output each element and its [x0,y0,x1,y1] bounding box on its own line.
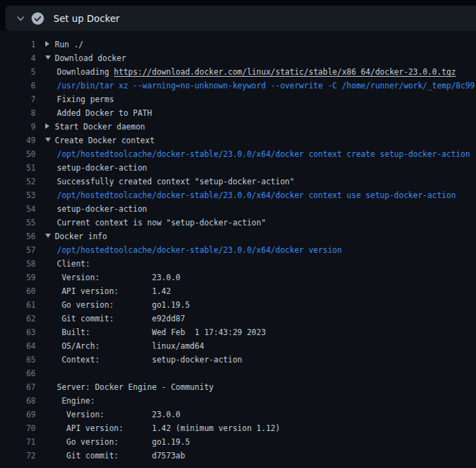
log-line-number[interactable]: 1 [0,38,36,51]
log-line: 68 Engine: [0,394,476,408]
log-line: 54setup-docker-action [0,202,476,216]
log-text: Git commit: e92dd87 [45,312,185,325]
log-line: 72 Git commit: d7573ab [0,449,476,463]
log-group-header[interactable]: Create Docker context [45,134,154,147]
log-line-number[interactable]: 69 [0,408,36,421]
log-line: 6/usr/bin/tar xz --warning=no-unknown-ke… [0,79,476,93]
log-line-number[interactable]: 60 [0,284,36,298]
triangle-down-icon[interactable] [45,230,55,243]
log-line: 69 Version: 23.0.0 [0,408,476,421]
log-line-number[interactable]: 6 [0,79,36,93]
log-text: setup-docker-action [45,161,147,175]
log-line-number[interactable]: 9 [0,120,36,134]
log-line-number[interactable]: 55 [0,216,36,230]
step-title: Set up Docker [53,13,119,24]
log-text: OS/Arch: linux/amd64 [45,339,204,353]
log-line: 65 Context: setup-docker-action [0,353,476,367]
log-text: Successfully created context "setup-dock… [45,175,294,188]
log-line-number[interactable]: 52 [0,175,36,188]
log-line-number[interactable]: 71 [0,435,36,449]
log-line-number[interactable]: 65 [0,353,36,367]
log-line-number[interactable]: 50 [0,147,36,161]
log-line: 1Run ./ [0,38,476,51]
log-line: 4Download docker [0,51,476,65]
log-line-number[interactable]: 63 [0,325,36,339]
log-text: /opt/hostedtoolcache/docker-stable/23.0.… [45,243,342,257]
log-line-number[interactable]: 61 [0,298,36,312]
actions-log-viewer: Set up Docker 1Run ./4Download docker5Do… [0,0,476,468]
log-line: 66 [0,367,476,380]
log-text: Added Docker to PATH [45,106,152,120]
triangle-down-icon[interactable] [45,134,55,147]
log-line: 8Added Docker to PATH [0,106,476,120]
log-group-title: Download docker [55,53,126,63]
log-line: 55Current context is now "setup-docker-a… [0,216,476,230]
log-text: Client: [45,257,90,271]
log-line-number[interactable]: 7 [0,93,36,106]
log-line-number[interactable]: 64 [0,339,36,353]
log-line: 5Downloading https://download.docker.com… [0,65,476,79]
log-text [45,367,57,380]
log-group-header[interactable]: Download docker [45,51,126,65]
log-url-link[interactable]: https://download.docker.com/linux/static… [114,67,456,77]
log-line: 62 Git commit: e92dd87 [0,312,476,325]
log-line-number[interactable]: 54 [0,202,36,216]
log-group-title: Start Docker daemon [55,122,145,132]
log-line: 51setup-docker-action [0,161,476,175]
log-text: Fixing perms [45,93,114,106]
log-line-number[interactable]: 66 [0,367,36,380]
triangle-down-icon[interactable] [45,51,55,65]
log-line-number[interactable]: 68 [0,394,36,408]
log-text: Engine: [45,394,95,408]
log-line-number[interactable]: 5 [0,65,36,79]
log-line-number[interactable]: 67 [0,380,36,394]
triangle-right-icon[interactable] [45,120,55,134]
log-line: 50/opt/hostedtoolcache/docker-stable/23.… [0,147,476,161]
log-text-segment: Downloading [57,67,114,77]
log-line: 61 Go version: go1.19.5 [0,298,476,312]
log-text: Version: 23.0.0 [45,408,180,421]
log-group-header[interactable]: Start Docker daemon [45,120,145,134]
log-line-number[interactable]: 4 [0,51,36,65]
log-line: 67Server: Docker Engine - Community [0,380,476,394]
log-line-number[interactable]: 51 [0,161,36,175]
log-line-number[interactable]: 59 [0,271,36,284]
log-text: Current context is now "setup-docker-act… [45,216,266,230]
log-group-header[interactable]: Docker info [45,230,107,243]
log-line: 56Docker info [0,230,476,243]
log-text: /opt/hostedtoolcache/docker-stable/23.0.… [45,188,456,202]
log-line-number[interactable]: 53 [0,188,36,202]
log-line: 63 Built: Wed Feb 1 17:43:29 2023 [0,325,476,339]
log-text: Context: setup-docker-action [45,353,242,367]
log-group-header[interactable]: Run ./ [45,38,84,51]
log-line: 53/opt/hostedtoolcache/docker-stable/23.… [0,188,476,202]
log-line: 59 Version: 23.0.0 [0,271,476,284]
log-text: Built: Wed Feb 1 17:43:29 2023 [45,325,266,339]
log-line-number[interactable]: 72 [0,449,36,463]
log-text: setup-docker-action [45,202,147,216]
log-text: /opt/hostedtoolcache/docker-stable/23.0.… [45,147,470,161]
log-line-number[interactable]: 8 [0,106,36,120]
log-line: 60 API version: 1.42 [0,284,476,298]
log-line-number[interactable]: 57 [0,243,36,257]
log-text: API version: 1.42 [45,284,171,298]
check-circle-icon [32,12,44,25]
log-line: 70 API version: 1.42 (minimum version 1.… [0,421,476,435]
log-line-number[interactable]: 49 [0,134,36,147]
log-line: 52Successfully created context "setup-do… [0,175,476,188]
log-area: 1Run ./4Download docker5Downloading http… [0,31,476,468]
log-group-title: Run ./ [55,40,84,49]
step-header[interactable]: Set up Docker [5,5,476,31]
log-group-title: Create Docker context [55,136,154,145]
triangle-right-icon[interactable] [45,38,55,51]
log-text: Go version: go1.19.5 [45,435,190,449]
log-text: Downloading https://download.docker.com/… [45,65,456,79]
log-line: 57/opt/hostedtoolcache/docker-stable/23.… [0,243,476,257]
chevron-down-icon[interactable] [16,14,25,23]
log-line: 49Create Docker context [0,134,476,147]
log-line: 7Fixing perms [0,93,476,106]
log-line-number[interactable]: 58 [0,257,36,271]
log-line-number[interactable]: 56 [0,230,36,243]
log-line-number[interactable]: 70 [0,421,36,435]
log-line-number[interactable]: 62 [0,312,36,325]
